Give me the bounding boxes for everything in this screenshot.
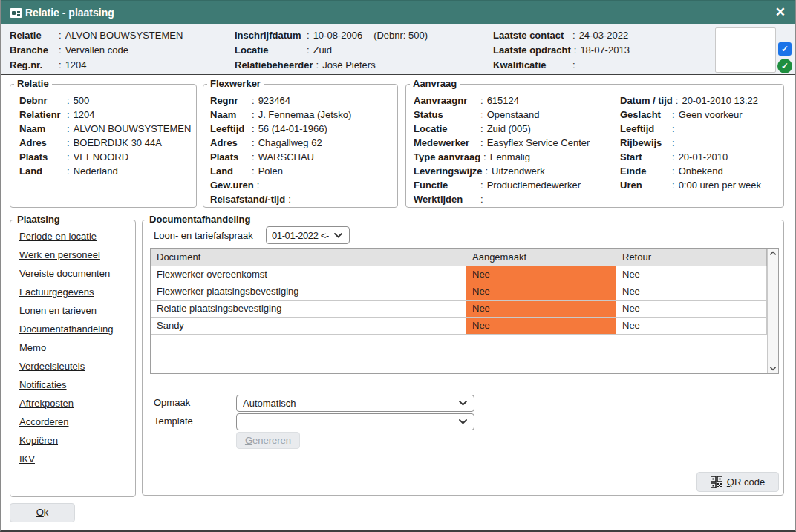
field-label: Locatie: [235, 43, 304, 58]
blue-checkbox[interactable]: ✓: [778, 42, 792, 56]
field-value: WARSCHAU: [258, 150, 314, 164]
table-row[interactable]: Flexwerker overeenkomst Nee Nee: [151, 266, 778, 283]
qr-label: QR code: [727, 473, 765, 491]
loon-tariefafspraak-select[interactable]: 01-01-2022 <-: [266, 226, 350, 244]
cell-document: Flexwerker overeenkomst: [151, 266, 466, 283]
status-check-icon: ✓: [777, 59, 792, 73]
groupbox-legend: Documentafhandeling: [146, 214, 254, 225]
field-value: 0:00 uren per week: [679, 178, 761, 192]
field-value: Geen voorkeur: [679, 108, 743, 122]
field-label: Gew.uren: [210, 178, 254, 192]
field-label: Naam: [210, 108, 249, 122]
cell-retour: Nee: [616, 318, 767, 334]
cell-retour: Nee: [616, 283, 767, 300]
loon-tariefafspraak-label: Loon- en tariefafspraak: [154, 230, 253, 241]
field-label: Reisafstand/-tijd: [210, 192, 285, 206]
cell-aangemaakt: Nee: [466, 318, 616, 334]
chevron-down-icon: [459, 401, 467, 406]
field-value: 923464: [258, 93, 290, 108]
field-label: Leeftijd: [620, 122, 669, 136]
qr-code-button[interactable]: QR code: [696, 472, 779, 492]
field-value: 10-08-2006: [313, 28, 363, 43]
field-label: Land: [19, 164, 64, 178]
sidebar-link-ikv[interactable]: IKV: [19, 450, 113, 468]
photo-placeholder: [715, 27, 776, 73]
opmaak-label: Opmaak: [154, 397, 190, 408]
sidebar-link-werk-en-personeel[interactable]: Werk en personeel: [19, 246, 113, 264]
opmaak-select[interactable]: Automatisch: [236, 395, 474, 412]
documentafhandeling-groupbox: Documentafhandeling Loon- en tariefafspr…: [142, 220, 784, 496]
table-scrollbar[interactable]: [767, 249, 778, 373]
field-value: BOEDRDIJK 30 44A: [74, 136, 162, 150]
template-select[interactable]: [236, 413, 474, 430]
field-value: 56 (14-01-1966): [258, 122, 327, 136]
table-header: Document Aangemaakt Retour: [151, 249, 778, 266]
table-row[interactable]: Sandy Nee Nee: [151, 318, 778, 335]
field-value: Zuid (005): [487, 122, 531, 136]
header-summary: RelatieALVON BOUWSYSTEMEN BrancheVervall…: [1, 24, 795, 75]
sidebar-link-aftrekposten[interactable]: Aftrekposten: [19, 394, 113, 413]
sidebar-link-documentafhandeling[interactable]: Documentafhandeling: [19, 320, 113, 338]
field-label: Functie: [414, 178, 477, 192]
field-label: Relatienr: [19, 108, 64, 122]
plaatsing-groupbox: Plaatsing Periode en locatie Werk en per…: [10, 220, 136, 497]
cell-retour: Nee: [616, 301, 767, 317]
field-value: Openstaand: [487, 108, 540, 122]
chevron-down-icon: [334, 233, 342, 238]
cell-document: Relatie plaatsingsbevestiging: [151, 301, 466, 317]
sidebar-link-vereiste-documenten[interactable]: Vereiste documenten: [19, 264, 113, 283]
col-header-aangemaakt[interactable]: Aangemaakt: [466, 249, 616, 266]
scroll-up-icon: [768, 250, 778, 256]
ok-button[interactable]: Ok: [10, 503, 75, 522]
cell-document: Flexwerker plaatsingsbevestiging: [151, 283, 466, 300]
groupbox-legend: Relatie: [14, 78, 52, 89]
cell-aangemaakt: Nee: [466, 266, 616, 283]
groupbox-legend: Flexwerker: [207, 78, 264, 89]
genereren-button[interactable]: Genereren: [236, 432, 300, 449]
sidebar-link-lonen-en-tarieven[interactable]: Lonen en tarieven: [19, 301, 113, 320]
groupbox-legend: Plaatsing: [14, 214, 63, 225]
field-label: Reg.nr.: [10, 58, 56, 73]
header-col3: Laatste contact24-03-2022 Laatste opdrac…: [493, 28, 630, 73]
field-value: José Pieters: [322, 58, 376, 73]
col-header-retour[interactable]: Retour: [616, 249, 767, 266]
field-label: Aanvraagnr: [414, 93, 477, 108]
field-label: Land: [210, 164, 249, 178]
debnr-note: (Debnr: 500): [373, 28, 428, 43]
field-value: 1204: [65, 58, 87, 73]
field-label: Uren: [620, 178, 669, 192]
selected-value: Automatisch: [243, 398, 296, 409]
aanvraag-groupbox: Aanvraag Aanvraagnr615124 StatusOpenstaa…: [405, 84, 784, 208]
field-label: Geslacht: [620, 108, 669, 122]
field-value: 20-01-2010: [679, 150, 728, 164]
close-icon[interactable]: ✕: [775, 4, 786, 20]
field-label: Adres: [210, 136, 249, 150]
sidebar-link-memo[interactable]: Memo: [19, 338, 113, 357]
sidebar-link-kopieren[interactable]: Kopiëren: [19, 431, 113, 450]
field-label: Relatie: [10, 28, 56, 43]
field-value: J. Fennemaa (Jetsko): [258, 108, 352, 122]
sidebar-link-verdeelsleutels[interactable]: Verdeelsleutels: [19, 357, 113, 375]
groupbox-legend: Aanvraag: [410, 78, 460, 89]
field-label: Datum / tijd: [620, 93, 673, 108]
field-value: Eenmalig: [490, 150, 530, 164]
sidebar-link-accorderen[interactable]: Accorderen: [19, 413, 113, 431]
documents-table: Document Aangemaakt Retour Flexwerker ov…: [150, 248, 779, 374]
field-label: Type aanvraag: [414, 150, 480, 164]
field-label: Adres: [19, 136, 64, 150]
sidebar-link-periode-en-locatie[interactable]: Periode en locatie: [19, 227, 113, 246]
sidebar-link-factuurgegevens[interactable]: Factuurgegevens: [19, 283, 113, 301]
sidebar-link-notificaties[interactable]: Notificaties: [19, 375, 113, 394]
field-label: Status: [414, 108, 477, 122]
field-label: Werktijden: [414, 192, 477, 206]
field-label: Laatste contact: [493, 28, 570, 43]
field-label: Regnr: [210, 93, 249, 108]
field-value: Chagallweg 62: [258, 136, 322, 150]
field-label: Rijbewijs: [620, 136, 669, 150]
table-row[interactable]: Relatie plaatsingsbevestiging Nee Nee: [151, 301, 778, 318]
field-label: Branche: [10, 43, 56, 58]
table-row[interactable]: Flexwerker plaatsingsbevestiging Nee Nee: [151, 283, 778, 301]
field-label: Inschrijfdatum: [235, 28, 304, 43]
field-value: Onbekend: [679, 164, 723, 178]
col-header-document[interactable]: Document: [151, 249, 466, 266]
